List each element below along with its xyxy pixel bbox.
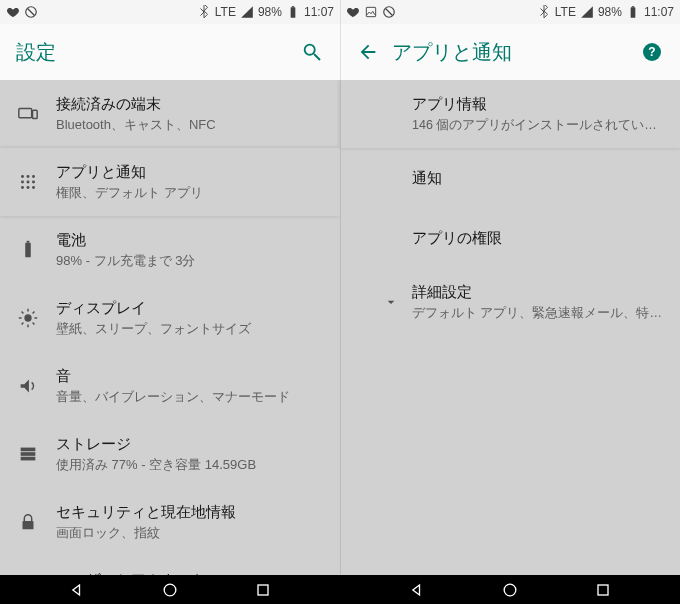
devices-icon	[0, 103, 56, 125]
svg-rect-15	[25, 243, 31, 258]
row-sub: 146 個のアプリがインストールされています	[412, 116, 664, 134]
svg-rect-29	[23, 521, 34, 529]
dnd-icon	[24, 5, 38, 19]
svg-point-11	[32, 181, 35, 184]
row-sub: 権限、デフォルト アプリ	[56, 184, 324, 202]
arrow-back-icon	[357, 41, 379, 63]
nav-back-button[interactable]	[62, 575, 92, 605]
row-label: 通知	[412, 162, 664, 194]
battery-icon	[0, 239, 56, 261]
statusbar: LTE 98% 11:07	[0, 0, 340, 24]
row-advanced[interactable]: 詳細設定 デフォルト アプリ、緊急速報メール、特別なアプ...	[340, 268, 680, 336]
row-label: ストレージ	[56, 434, 324, 454]
svg-line-25	[33, 312, 35, 314]
row-display[interactable]: ディスプレイ 壁紙、スリープ、フォントサイズ	[0, 284, 340, 352]
svg-rect-4	[19, 109, 32, 118]
row-battery[interactable]: 電池 98% - フル充電まで 3分	[0, 216, 340, 284]
lte-indicator: LTE	[215, 5, 236, 19]
svg-rect-36	[631, 7, 636, 17]
row-sub: 音量、バイブレーション、マナーモード	[56, 388, 324, 406]
row-label: アプリの権限	[412, 222, 664, 254]
clock-text: 11:07	[644, 5, 674, 19]
row-notifications[interactable]: 通知	[340, 148, 680, 208]
page-title: アプリと通知	[392, 39, 628, 66]
svg-point-7	[27, 175, 30, 178]
row-label: アプリと通知	[56, 162, 324, 182]
appbar-apps: アプリと通知 ?	[340, 24, 680, 80]
help-button[interactable]: ?	[628, 28, 676, 76]
svg-point-6	[21, 175, 24, 178]
sound-icon	[0, 375, 56, 397]
svg-rect-16	[27, 241, 30, 243]
heart-icon	[346, 5, 360, 19]
svg-rect-37	[632, 6, 634, 7]
svg-rect-33	[366, 7, 375, 16]
svg-point-38	[164, 584, 176, 596]
svg-rect-26	[21, 448, 36, 452]
row-apps-notifications[interactable]: アプリと通知 権限、デフォルト アプリ	[0, 148, 340, 216]
brightness-icon	[0, 307, 56, 329]
row-sub: Bluetooth、キャスト、NFC	[56, 116, 324, 134]
system-navbar	[0, 575, 680, 604]
heart-icon	[6, 5, 20, 19]
nav-home-button[interactable]	[155, 575, 185, 605]
signal-icon	[240, 5, 254, 19]
nav-home-button[interactable]	[495, 575, 525, 605]
search-icon	[301, 41, 323, 63]
svg-point-12	[21, 186, 24, 189]
storage-icon	[0, 443, 56, 465]
svg-point-40	[504, 584, 516, 596]
signal-icon	[580, 5, 594, 19]
row-security[interactable]: セキュリティと現在地情報 画面ロック、指紋	[0, 488, 340, 556]
svg-rect-27	[21, 452, 36, 456]
settings-list: 接続済みの端末 Bluetooth、キャスト、NFC アプリと通知 権限、デフォ…	[0, 80, 340, 604]
svg-line-23	[33, 323, 35, 325]
image-icon	[364, 5, 378, 19]
row-label: 音	[56, 366, 324, 386]
search-button[interactable]	[288, 28, 336, 76]
svg-rect-5	[33, 110, 38, 118]
svg-point-10	[27, 181, 30, 184]
battery-icon	[286, 5, 300, 19]
svg-line-1	[28, 9, 35, 16]
svg-rect-41	[598, 585, 608, 595]
svg-line-35	[386, 9, 393, 16]
row-label: ディスプレイ	[56, 298, 324, 318]
row-app-permissions[interactable]: アプリの権限	[340, 208, 680, 268]
row-sub: 画面ロック、指紋	[56, 524, 324, 542]
svg-point-17	[24, 314, 31, 321]
svg-point-8	[32, 175, 35, 178]
row-sub: 壁紙、スリープ、フォントサイズ	[56, 320, 324, 338]
row-storage[interactable]: ストレージ 使用済み 77% - 空き容量 14.59GB	[0, 420, 340, 488]
battery-percent: 98%	[258, 5, 282, 19]
row-sound[interactable]: 音 音量、バイブレーション、マナーモード	[0, 352, 340, 420]
row-connected-devices[interactable]: 接続済みの端末 Bluetooth、キャスト、NFC	[0, 80, 340, 148]
svg-rect-3	[292, 6, 294, 7]
lock-icon	[0, 511, 56, 533]
svg-rect-39	[258, 585, 268, 595]
statusbar: LTE 98% 11:07	[340, 0, 680, 24]
apps-notifications-pane: LTE 98% 11:07 アプリと通知 ?	[340, 0, 680, 575]
row-label: 電池	[56, 230, 324, 250]
svg-point-13	[27, 186, 30, 189]
row-label: 詳細設定	[412, 282, 664, 302]
expand-more-icon	[382, 293, 400, 311]
row-label: セキュリティと現在地情報	[56, 502, 324, 522]
svg-rect-2	[291, 7, 296, 17]
row-label: 接続済みの端末	[56, 94, 324, 114]
row-app-info[interactable]: アプリ情報 146 個のアプリがインストールされています	[340, 80, 680, 148]
help-icon: ?	[643, 43, 661, 61]
row-sub: 使用済み 77% - 空き容量 14.59GB	[56, 456, 324, 474]
svg-line-22	[22, 312, 24, 314]
settings-pane: LTE 98% 11:07 設定	[0, 0, 340, 575]
nav-recent-button[interactable]	[248, 575, 278, 605]
clock-text: 11:07	[304, 5, 334, 19]
apps-list: アプリ情報 146 個のアプリがインストールされています 通知 アプリの権限	[340, 80, 680, 336]
page-title: 設定	[16, 39, 288, 66]
bluetooth-icon	[197, 5, 211, 19]
svg-line-24	[22, 323, 24, 325]
nav-back-button[interactable]	[402, 575, 432, 605]
back-button[interactable]	[344, 28, 392, 76]
lte-indicator: LTE	[555, 5, 576, 19]
nav-recent-button[interactable]	[588, 575, 618, 605]
